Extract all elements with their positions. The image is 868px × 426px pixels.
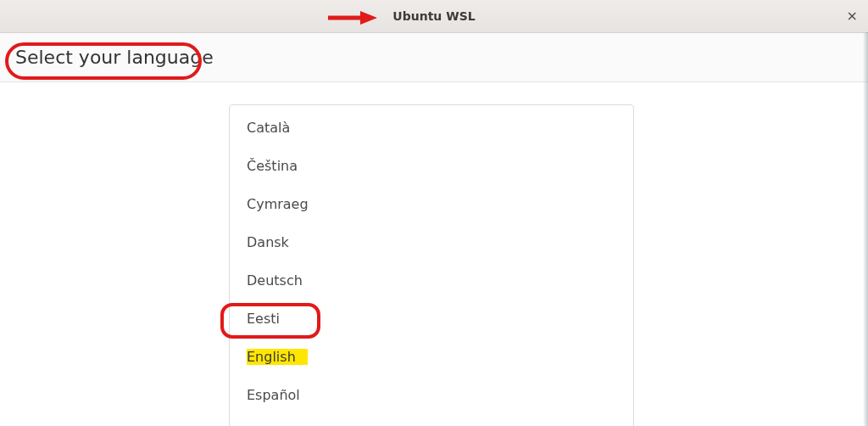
language-option-english[interactable]: English (230, 338, 633, 376)
language-list: Català Čeština Cymraeg Dansk Deutsch Ees… (229, 104, 634, 426)
language-option[interactable]: Cymraeg (230, 185, 633, 223)
language-label: Català (247, 120, 290, 136)
language-option[interactable]: Eesti (230, 300, 633, 338)
window-titlebar: Ubuntu WSL × (0, 0, 868, 33)
language-option[interactable]: Dansk (230, 223, 633, 261)
svg-marker-1 (360, 11, 377, 25)
window-right-edge-shadow (863, 32, 868, 426)
language-label: Deutsch (247, 272, 303, 289)
language-option[interactable]: Español (230, 376, 633, 414)
language-option[interactable]: Català (230, 109, 633, 147)
page-title: Select your language (15, 47, 214, 68)
close-icon[interactable]: × (847, 9, 858, 23)
main-content: Català Čeština Cymraeg Dansk Deutsch Ees… (0, 82, 868, 426)
annotation-arrow-icon (326, 10, 377, 25)
page-header: Select your language (0, 33, 868, 82)
language-label: Cymraeg (247, 196, 309, 212)
language-label: Eesti (247, 311, 280, 327)
language-label: Dansk (247, 234, 289, 250)
window-title: Ubuntu WSL (392, 9, 475, 23)
language-option[interactable]: Deutsch (230, 261, 633, 300)
language-label: English (247, 349, 308, 365)
language-label: Español (247, 387, 300, 403)
language-option[interactable]: Čeština (230, 147, 633, 185)
language-label: Čeština (247, 158, 298, 174)
language-option[interactable]: Esperanto (230, 414, 633, 426)
